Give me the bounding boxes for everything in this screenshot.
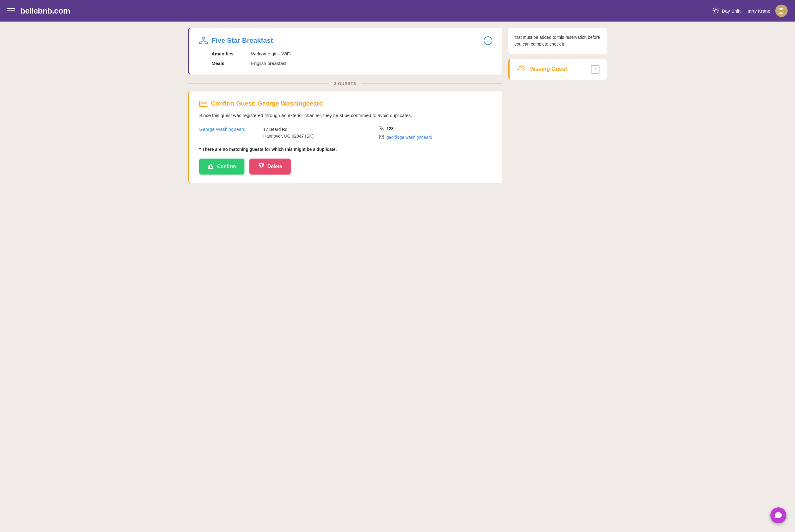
confirm-button[interactable]: Confirm (199, 158, 245, 174)
sidebar-notice-text: that must be added to this reservation b… (514, 35, 600, 46)
package-header: Five Star Breakfast i (199, 36, 492, 45)
address-line1: 17 Beard Rd (263, 127, 288, 132)
guest-address: 17 Beard Rd Hannover, UG 02847 (SK) (263, 126, 377, 140)
guest-email[interactable]: geo@rge.washignbeard (386, 135, 432, 140)
confirm-label: Confirm (217, 164, 236, 169)
svg-point-16 (201, 102, 203, 104)
svg-line-14 (204, 41, 206, 42)
sidebar-notice: that must be added to this reservation b… (508, 28, 607, 54)
email-row: geo@rge.washignbeard (379, 135, 492, 140)
svg-line-13 (201, 41, 204, 42)
address-line2: Hannover, UG 02847 (SK) (263, 134, 314, 138)
amenities-label: Amenities (211, 51, 248, 56)
user-avatar[interactable]: 👨‍🍳 (775, 5, 788, 17)
phone-icon (379, 126, 384, 132)
shift-label: Day Shift (722, 8, 740, 14)
svg-line-8 (714, 13, 714, 13)
content-area: Five Star Breakfast i Amenities · Welcom… (188, 28, 502, 183)
email-icon (379, 135, 384, 140)
svg-rect-20 (379, 135, 384, 139)
svg-rect-11 (205, 42, 208, 44)
svg-point-21 (519, 66, 521, 69)
svg-rect-10 (200, 42, 202, 44)
meals-label: Meals (211, 61, 248, 66)
phone-row: 123 (379, 126, 492, 132)
svg-line-5 (714, 8, 714, 9)
guest-confirm-card: Confirm Guest: George Washingbeard Since… (188, 92, 502, 183)
user-name: Harry Krane (745, 8, 770, 14)
network-icon (199, 37, 208, 44)
thumbs-up-icon (208, 163, 214, 170)
header-right: Day Shift Harry Krane 👨‍🍳 (713, 5, 788, 17)
missing-guest-card: Missing Guest + (508, 59, 607, 80)
package-title: Five Star Breakfast (211, 37, 273, 45)
logo: bellebnb.com (20, 6, 70, 16)
thumbs-down-icon (258, 163, 264, 170)
delete-button[interactable]: Delete (249, 158, 291, 174)
amenities-value: · Welcome gift · WiFi (248, 51, 492, 56)
guest-card-description: Since this guest was registered through … (199, 112, 492, 119)
svg-point-22 (522, 66, 524, 69)
svg-line-6 (718, 13, 718, 13)
delete-label: Delete (267, 164, 282, 169)
svg-line-7 (718, 8, 718, 9)
phone-number: 123 (386, 126, 394, 131)
guest-info-grid: George Washingbeard 17 Beard Rd Hannover… (199, 126, 492, 140)
guest-card-header: Confirm Guest: George Washingbeard (199, 100, 492, 107)
shift-button[interactable]: Day Shift (713, 7, 740, 14)
sidebar: that must be added to this reservation b… (508, 28, 607, 183)
package-details: Amenities · Welcome gift · WiFi Meals · … (199, 51, 492, 66)
missing-guest-icon (517, 65, 526, 73)
add-missing-guest-button[interactable]: + (591, 65, 600, 74)
guest-contact: 123 geo@rge.washignbeard (379, 126, 492, 140)
package-title-wrap: Five Star Breakfast (199, 37, 273, 45)
svg-rect-9 (202, 37, 205, 39)
info-button[interactable]: i (484, 36, 492, 45)
hamburger-menu[interactable] (7, 8, 15, 13)
chat-bubble-button[interactable] (770, 507, 787, 524)
no-duplicates-notice: * There are no matching guests for which… (199, 147, 492, 152)
header-left: bellebnb.com (7, 6, 70, 16)
guest-card-title: Confirm Guest: George Washingbeard (211, 100, 323, 107)
missing-guest-left: Missing Guest (517, 65, 567, 73)
sun-icon (713, 7, 719, 14)
meals-value: · English breakfast (248, 61, 492, 66)
action-buttons: Confirm Delete (199, 158, 492, 174)
main-layout: Five Star Breakfast i Amenities · Welcom… (182, 22, 613, 189)
svg-point-0 (715, 10, 717, 12)
guest-name-link[interactable]: George Washingbeard (199, 126, 261, 132)
guests-divider: 2 GUESTS (188, 75, 502, 92)
header: bellebnb.com Day Shift Harry Krane 👨‍🍳 (0, 0, 795, 22)
id-card-icon (199, 100, 207, 107)
guests-count-label: 2 GUESTS (334, 81, 356, 86)
package-card: Five Star Breakfast i Amenities · Welcom… (188, 28, 502, 75)
missing-guest-label: Missing Guest (529, 66, 567, 72)
